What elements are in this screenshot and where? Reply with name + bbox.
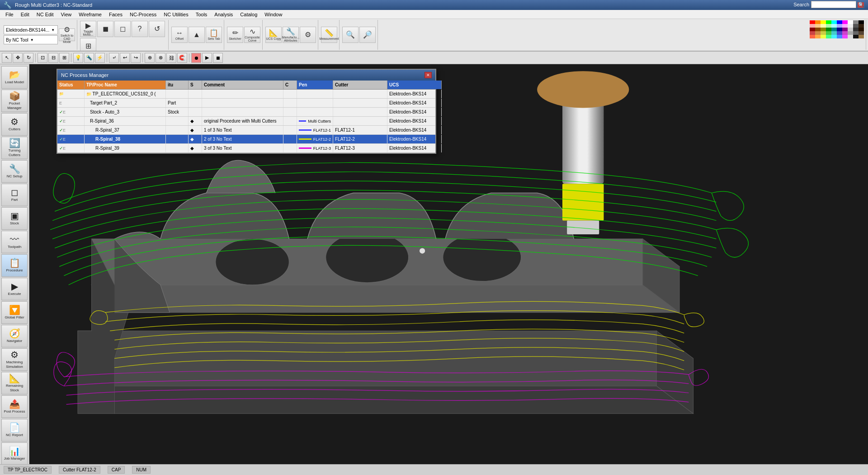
menu-catalog[interactable]: Catalog [236, 11, 261, 18]
nc-row-1[interactable]: E Target Part_2 Part Elektroden-BKS14 [57, 99, 435, 108]
sidebar-item-execute[interactable]: ▶ Execute [1, 278, 28, 300]
td-status-3: ✓ E [57, 117, 85, 125]
svg-rect-46 [842, 35, 848, 38]
tb2-redo-btn[interactable]: ↪ [131, 53, 141, 63]
tb2-snap2-btn[interactable]: ⊗ [156, 53, 165, 63]
tb2-zoom-all-btn[interactable]: ⊞ [59, 53, 69, 63]
measurement-button[interactable]: 📏 Measurement [321, 27, 337, 43]
shape-button[interactable]: ▲ [189, 27, 205, 43]
sketcher-button[interactable]: ✏ Sketcher [227, 27, 243, 43]
nc-row-5[interactable]: ✓ E R-Spiral_38 ◆ 2 of 3 No Text FLAT12-… [57, 135, 435, 144]
offset-button[interactable]: ↔ Offset [171, 27, 188, 43]
td-status-2: ✓ E [57, 108, 85, 116]
nc-row-3[interactable]: ✓ E R-Spiral_36 ◆ original Procedure wit… [57, 117, 435, 126]
tb2-move-btn[interactable]: ✥ [13, 53, 23, 63]
menu-nc-utilities[interactable]: NC Utilities [160, 11, 192, 18]
composite-icon: ∿ [250, 28, 255, 35]
sets-tab-button[interactable]: 📋 Sets Tab [206, 27, 222, 43]
ucs-icon: 📐 [269, 29, 278, 37]
sidebar-item-part[interactable]: ◻ Part [1, 184, 28, 206]
gear-button[interactable]: ⚙ [300, 27, 316, 43]
tb2-record-btn[interactable]: ⏺ [191, 53, 201, 63]
menu-faces[interactable]: Faces [105, 11, 126, 18]
sidebar-item-pocket-manager[interactable]: 📦 Pocket Manager [1, 90, 28, 112]
status-bar: TP TP_ELECTROC Cutter FLAT12-2 CAP NUM [0, 464, 868, 475]
sidebar-item-remaining-stock[interactable]: 📐 Remaining Stock [1, 372, 28, 394]
electrode-dropdown[interactable]: Elektroden-BKS144... ▼ [4, 25, 58, 34]
nc-row-4[interactable]: ✓ E R-Spiral_37 ◆ 1 of 3 No Text FLAT12-… [57, 126, 435, 135]
viewport[interactable]: NC Process Manager ✕ Status TP/Proc Name… [29, 64, 868, 464]
menu-tools[interactable]: Tools [192, 11, 211, 18]
box2-button[interactable]: ◻ [114, 21, 131, 37]
td-ucs-1: Elektroden-BKS14 [387, 99, 442, 107]
composite-curve-button[interactable]: ∿ CompositeCurve [244, 27, 260, 43]
switch-cad-button[interactable]: ⚙ Switch to CADMode [59, 28, 75, 41]
sidebar-item-nc-setup[interactable]: 🔧 NC Setup [1, 160, 28, 183]
search-icon[interactable]: 🔍 [858, 2, 864, 8]
nc-dialog-titlebar[interactable]: NC Process Manager ✕ [57, 70, 435, 81]
tb2-select-btn[interactable]: ↖ [2, 53, 12, 63]
manufacturing-attrs-button[interactable]: 🔧 Manufactu...Attributes [283, 27, 299, 43]
sidebar-item-navigator[interactable]: 🧭 Navigator [1, 325, 28, 347]
sidebar-item-turning-cutters[interactable]: 🔄 Turning Cutters [1, 137, 28, 159]
menu-analysis[interactable]: Analysis [211, 11, 236, 18]
box1-button[interactable]: ◼ [97, 21, 113, 37]
sidebar-item-job-manager[interactable]: 📊 Job Manager [1, 442, 28, 464]
sidebar-item-load-model[interactable]: 📂 Load Model [1, 66, 28, 89]
tb2-light-btn[interactable]: 💡 [73, 53, 83, 63]
tb2-zoom-window-btn[interactable]: ⊟ [48, 53, 58, 63]
menu-wireframe[interactable]: Wireframe [75, 11, 105, 18]
sidebar-item-stock[interactable]: ▣ Stock [1, 207, 28, 230]
nc-row-6[interactable]: ✓ E R-Spiral_39 ◆ 3 of 3 No Text FLAT12-… [57, 144, 435, 153]
menu-view[interactable]: View [57, 11, 75, 18]
nc-row-0[interactable]: 📁 📁 TP_ELECTRODE_UCS192_0 ( Elektroden-B… [57, 90, 435, 99]
rotate-button[interactable]: ↺ [149, 21, 165, 37]
tb2-chain-btn[interactable]: ⛓ [166, 53, 176, 63]
toggle-motion-button[interactable]: ▶ ToggleMotio... [80, 21, 96, 37]
zoom-out-icon: 🔎 [363, 31, 372, 38]
th-cutter: Cutter [333, 81, 387, 89]
tb2-undo-btn[interactable]: ↩ [120, 53, 130, 63]
nc-row-2[interactable]: ✓ E Stock - Auto_3 Stock Elektroden-BKS1… [57, 108, 435, 117]
toolbar-group-colors [808, 20, 866, 50]
tb2-rotate-btn[interactable]: ↻ [24, 53, 33, 63]
sidebar-item-post-process[interactable]: 📤 Post Process [1, 395, 28, 418]
menu-edit[interactable]: Edit [17, 11, 33, 18]
tb2-light3-btn[interactable]: ⚡ [95, 53, 105, 63]
menu-file[interactable]: File [2, 11, 17, 18]
menu-window[interactable]: Window [261, 11, 286, 18]
nc-dialog-close-button[interactable]: ✕ [425, 72, 432, 78]
svg-rect-21 [815, 28, 821, 31]
sidebar-item-machining-simulation[interactable]: ⚙ Machining Simulation [1, 348, 28, 371]
sidebar-item-procedure[interactable]: 📋 Procedure [1, 254, 28, 277]
ucs-copy-button[interactable]: 📐 UCS Copy [265, 27, 282, 43]
svg-point-66 [420, 248, 425, 253]
tb2-snap-btn[interactable]: ⊕ [145, 53, 155, 63]
zoom-out-button[interactable]: 🔎 [359, 27, 376, 43]
menu-nc-edit[interactable]: NC Edit [33, 11, 57, 18]
sidebar-item-toolpath[interactable]: 〰 Toolpath [1, 231, 28, 253]
sidebar-item-nc-report[interactable]: 📄 NC Report [1, 419, 28, 442]
tb2-play-btn[interactable]: ▶ [202, 53, 212, 63]
nc-tool-dropdown[interactable]: By NC Tool ▼ [4, 35, 58, 44]
grid-button[interactable]: ⊞ [80, 38, 96, 52]
sets-tab-icon: 📋 [209, 29, 218, 37]
sidebar-item-global-filter[interactable]: 🔽 Global Filter [1, 301, 28, 324]
sidebar-label-pocket-manager: Pocket Manager [3, 101, 26, 110]
tb2-end-btn[interactable]: ⏹ [213, 53, 223, 63]
tb2-sep3 [107, 53, 107, 62]
search-input[interactable] [811, 1, 856, 8]
td-name-3: R-Spiral_36 [85, 117, 166, 125]
tb2-light2-btn[interactable]: 🔦 [84, 53, 94, 63]
toggle-icon: ▶ [85, 22, 91, 29]
tb2-zoom-fit-btn[interactable]: ⊡ [38, 53, 47, 63]
td-status-1: E [57, 99, 85, 107]
sidebar-item-cutters[interactable]: ⚙ Cutters [1, 113, 28, 136]
turning-cutters-icon: 🔄 [9, 138, 20, 147]
menu-nc-process[interactable]: NC-Process [126, 11, 160, 18]
zoom-in-button[interactable]: 🔍 [342, 27, 359, 43]
td-ucs-3: Elektroden-BKS14 [387, 117, 442, 125]
tb2-arrow-btn[interactable]: ⤶ [109, 53, 119, 63]
tb2-magnet-btn[interactable]: 🧲 [177, 53, 187, 63]
help-button[interactable]: ? [132, 21, 148, 37]
